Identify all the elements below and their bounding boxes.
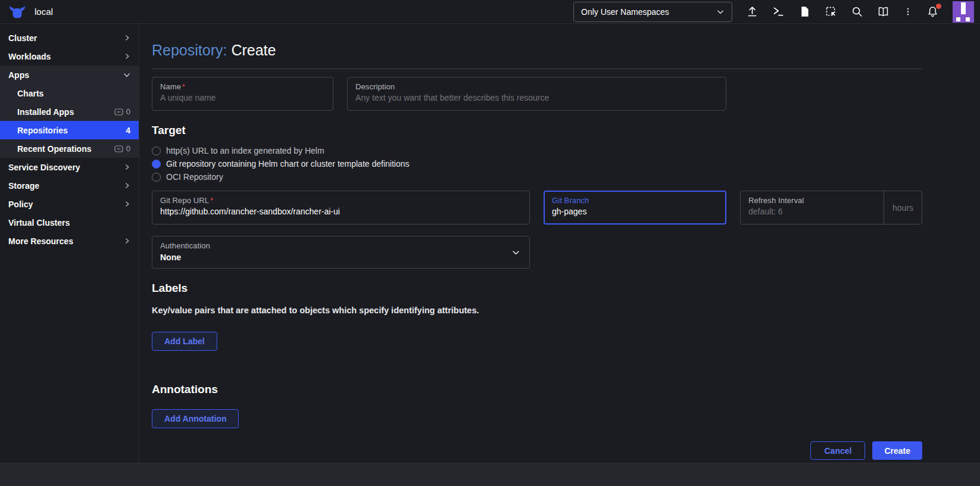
bottom-strip bbox=[0, 463, 980, 486]
authentication-select[interactable]: Authentication None bbox=[152, 236, 530, 269]
user-avatar[interactable] bbox=[953, 1, 974, 23]
rancher-logo-icon bbox=[8, 4, 26, 20]
name-input[interactable] bbox=[160, 91, 325, 102]
chevron-down-icon bbox=[716, 8, 725, 16]
radio-label: OCI Repository bbox=[166, 172, 223, 182]
chevron-right-icon bbox=[124, 35, 130, 41]
annotations-section-heading: Annotations bbox=[152, 382, 922, 397]
brand[interactable]: local bbox=[8, 4, 53, 20]
chevron-right-icon bbox=[124, 164, 130, 170]
chevron-down-icon bbox=[511, 248, 520, 257]
sidebar-item-label: Cluster bbox=[8, 33, 124, 43]
git-branch-input[interactable] bbox=[552, 205, 718, 216]
sidebar-item-label: Service Discovery bbox=[8, 163, 124, 172]
add-label-button[interactable]: Add Label bbox=[152, 332, 217, 351]
sidebar-item-more-resources[interactable]: More Resources bbox=[0, 232, 139, 250]
target-option-git-repository[interactable]: Git repository containing Helm chart or … bbox=[152, 157, 922, 170]
create-button[interactable]: Create bbox=[872, 441, 922, 460]
chevron-right-icon bbox=[124, 53, 130, 60]
chevron-right-icon bbox=[124, 182, 130, 189]
form-footer: Cancel Create bbox=[152, 441, 922, 460]
sidebar-item-virtual-clusters[interactable]: Virtual Clusters bbox=[0, 213, 139, 232]
name-field[interactable]: Name* bbox=[152, 77, 333, 111]
chevron-right-icon bbox=[124, 201, 130, 207]
sidebar-item-apps[interactable]: Apps bbox=[0, 66, 139, 84]
sidebar-item-label: Policy bbox=[8, 200, 124, 209]
resource-count-badge: 0 bbox=[114, 107, 130, 116]
resource-count-badge: 0 bbox=[114, 144, 130, 153]
page-title-resource: Repository: bbox=[152, 42, 227, 58]
radio-unselected-icon bbox=[152, 147, 161, 155]
labels-section-description: Key/value pairs that are attached to obj… bbox=[152, 304, 922, 316]
sidebar-item-installed-apps[interactable]: Installed Apps 0 bbox=[0, 102, 139, 121]
sidebar-item-label: Installed Apps bbox=[17, 107, 114, 117]
count-value: 4 bbox=[126, 126, 130, 135]
sidebar-item-label: Virtual Clusters bbox=[8, 218, 130, 228]
sidebar-item-label: Repositories bbox=[17, 126, 126, 135]
kubectl-shell-icon[interactable] bbox=[772, 5, 785, 18]
target-radio-group: http(s) URL to an index generated by Hel… bbox=[152, 144, 922, 183]
notifications-bell[interactable] bbox=[926, 5, 939, 18]
repository-create-form: Repository: Create Name* Description Tar… bbox=[139, 24, 980, 463]
notification-dot bbox=[936, 4, 941, 9]
radio-label: http(s) URL to an index generated by Hel… bbox=[166, 146, 324, 155]
sidebar-item-label: Workloads bbox=[8, 52, 124, 61]
name-label: Name* bbox=[160, 82, 325, 91]
sidebar-item-policy[interactable]: Policy bbox=[0, 195, 139, 213]
cluster-name: local bbox=[35, 7, 53, 17]
sidebar-item-charts[interactable]: Charts bbox=[0, 84, 139, 102]
required-asterisk: * bbox=[182, 83, 185, 91]
docs-book-icon[interactable] bbox=[877, 5, 890, 18]
copy-kubeconfig-icon[interactable] bbox=[825, 5, 837, 18]
sidebar-group-apps: Apps Charts Installed Apps 0 Repositorie… bbox=[0, 66, 139, 158]
refresh-interval-label: Refresh Interval bbox=[748, 196, 879, 205]
sidebar-item-label: Apps bbox=[8, 70, 123, 80]
rancher-app-window: local Only User Namespaces bbox=[0, 0, 980, 486]
count-value: 0 bbox=[126, 144, 130, 153]
git-repo-url-input[interactable] bbox=[160, 205, 522, 216]
labels-section-heading: Labels bbox=[152, 281, 922, 295]
sidebar-item-service-discovery[interactable]: Service Discovery bbox=[0, 158, 139, 176]
refresh-interval-field[interactable]: Refresh Interval hours bbox=[740, 191, 922, 225]
git-branch-label: Git Branch bbox=[552, 196, 718, 205]
radio-unselected-icon bbox=[152, 173, 161, 182]
namespace-filter-value: Only User Namespaces bbox=[581, 7, 711, 17]
cluster-nav-sidebar: Cluster Workloads Apps Charts Installed … bbox=[0, 24, 139, 463]
refresh-interval-input[interactable] bbox=[748, 205, 879, 216]
sidebar-item-recent-operations[interactable]: Recent Operations 0 bbox=[0, 139, 139, 158]
target-option-oci-repository[interactable]: OCI Repository bbox=[152, 170, 922, 183]
authentication-value: None bbox=[160, 250, 522, 262]
description-input[interactable] bbox=[355, 91, 718, 102]
git-branch-field[interactable]: Git Branch bbox=[544, 191, 726, 225]
chevron-right-icon bbox=[124, 238, 130, 244]
refresh-interval-unit: hours bbox=[884, 191, 922, 224]
radio-label: Git repository containing Helm chart or … bbox=[166, 159, 410, 169]
radio-selected-icon bbox=[152, 160, 161, 169]
count-value: 0 bbox=[126, 107, 130, 116]
target-option-http-url[interactable]: http(s) URL to an index generated by Hel… bbox=[152, 144, 922, 157]
sidebar-item-label: More Resources bbox=[8, 236, 124, 246]
sidebar-item-label: Storage bbox=[8, 181, 124, 191]
sidebar-item-label: Recent Operations bbox=[17, 144, 114, 154]
top-bar: local Only User Namespaces bbox=[0, 0, 980, 24]
description-field[interactable]: Description bbox=[347, 77, 726, 111]
add-annotation-button[interactable]: Add Annotation bbox=[152, 409, 239, 428]
description-label: Description bbox=[355, 82, 718, 91]
git-repo-url-label: Git Repo URL* bbox=[160, 196, 522, 205]
kebab-menu-icon[interactable] bbox=[903, 5, 913, 18]
sidebar-item-storage[interactable]: Storage bbox=[0, 176, 139, 195]
sidebar-item-cluster[interactable]: Cluster bbox=[0, 29, 139, 47]
sidebar-item-label: Charts bbox=[17, 89, 130, 98]
required-asterisk: * bbox=[210, 197, 213, 205]
kubeconfig-file-icon[interactable] bbox=[798, 5, 811, 18]
search-icon[interactable] bbox=[851, 5, 863, 18]
cancel-button[interactable]: Cancel bbox=[810, 441, 865, 460]
sidebar-item-repositories[interactable]: Repositories 4 bbox=[0, 121, 139, 139]
namespace-filter-dropdown[interactable]: Only User Namespaces bbox=[573, 2, 732, 22]
import-yaml-icon[interactable] bbox=[746, 5, 759, 18]
sidebar-item-workloads[interactable]: Workloads bbox=[0, 47, 139, 66]
resource-count-icon bbox=[114, 145, 123, 152]
page-title-action: Create bbox=[231, 42, 276, 58]
authentication-label: Authentication bbox=[160, 241, 522, 250]
git-repo-url-field[interactable]: Git Repo URL* bbox=[152, 191, 530, 225]
